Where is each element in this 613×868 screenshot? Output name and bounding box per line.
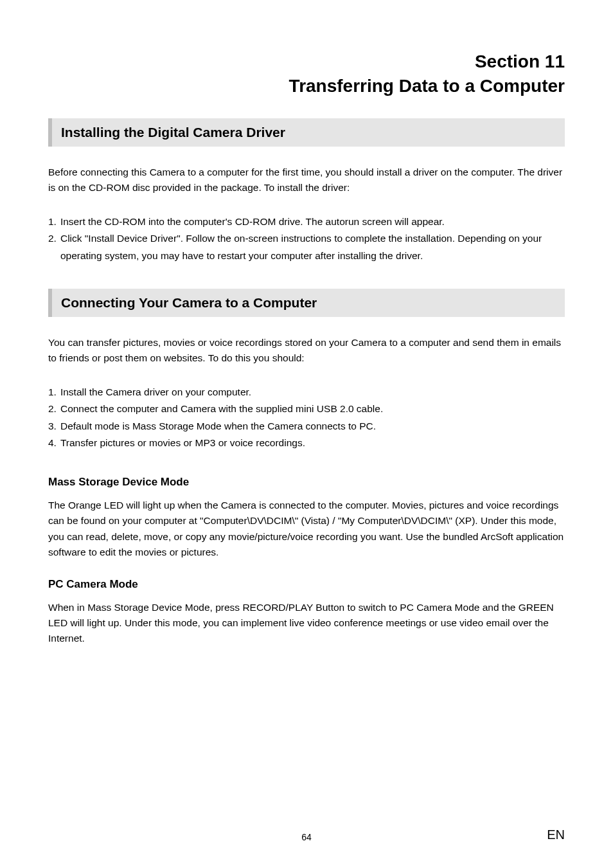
section-label: Section 11 [48, 51, 565, 72]
list-item: 2. Connect the computer and Camera with … [48, 401, 565, 417]
language-label: EN [547, 827, 565, 842]
intro-connecting-camera: You can transfer pictures, movies or voi… [48, 335, 565, 366]
section-title: Transferring Data to a Computer [48, 76, 565, 96]
list-item: 1. Insert the CD-ROM into the computer's… [48, 213, 565, 230]
heading-installing-driver: Installing the Digital Camera Driver [48, 118, 565, 147]
list-text: Install the Camera driver on your comput… [60, 384, 565, 401]
list-number: 2. [48, 401, 60, 417]
page-number: 64 [301, 832, 312, 842]
page-footer: 64 EN [0, 827, 613, 842]
list-text: Default mode is Mass Storage Mode when t… [60, 418, 565, 435]
list-number: 2. [48, 230, 60, 264]
list-item: 4. Transfer pictures or movies or MP3 or… [48, 435, 565, 451]
list-installing-driver: 1. Insert the CD-ROM into the computer's… [48, 213, 565, 264]
list-text: Connect the computer and Camera with the… [60, 401, 565, 417]
list-item: 1. Install the Camera driver on your com… [48, 384, 565, 401]
list-number: 4. [48, 435, 60, 451]
heading-mass-storage-mode: Mass Storage Device Mode [48, 476, 565, 489]
list-text: Transfer pictures or movies or MP3 or vo… [60, 435, 565, 451]
intro-installing-driver: Before connecting this Camera to a compu… [48, 165, 565, 195]
list-number: 3. [48, 418, 60, 435]
list-item: 2. Click "Install Device Driver". Follow… [48, 230, 565, 264]
list-number: 1. [48, 384, 60, 401]
list-text: Click "Install Device Driver". Follow th… [60, 230, 565, 264]
body-mass-storage-mode: The Orange LED will light up when the Ca… [48, 498, 565, 559]
list-number: 1. [48, 213, 60, 230]
body-pc-camera-mode: When in Mass Storage Device Mode, press … [48, 600, 565, 646]
heading-connecting-camera: Connecting Your Camera to a Computer [48, 289, 565, 317]
list-text: Insert the CD-ROM into the computer's CD… [60, 213, 565, 230]
heading-pc-camera-mode: PC Camera Mode [48, 578, 565, 591]
list-connecting-camera: 1. Install the Camera driver on your com… [48, 384, 565, 451]
list-item: 3. Default mode is Mass Storage Mode whe… [48, 418, 565, 435]
